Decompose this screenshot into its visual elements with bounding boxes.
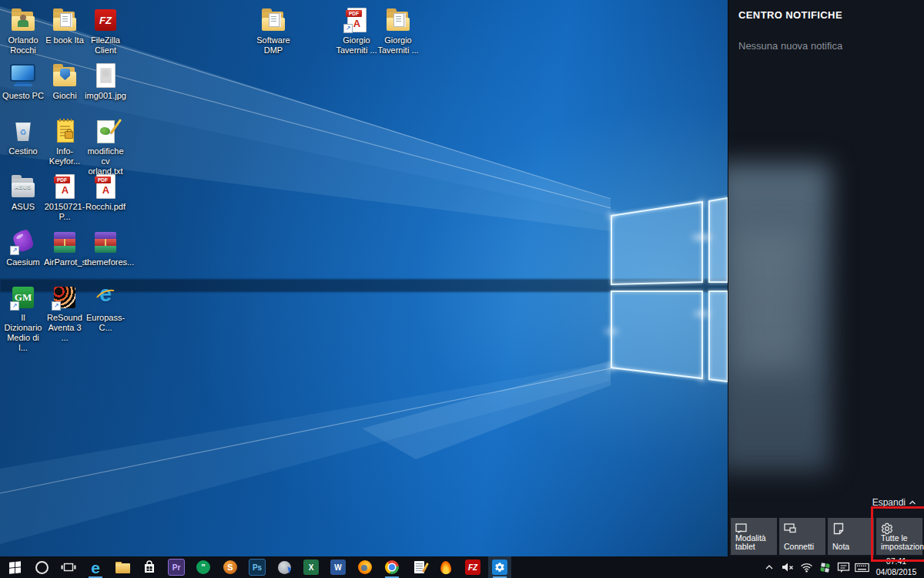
desktop-icon-orlando-rocchi[interactable]: Orlando Rocchi	[2, 6, 44, 55]
note-icon	[832, 523, 845, 535]
tray-chevron-up[interactable]	[761, 556, 778, 578]
system-tray: 07:41 04/08/2015	[761, 556, 924, 578]
desktop-icon-airparrot[interactable]: AirParrot_s...	[44, 228, 85, 267]
desktop-icon-ebook-ita[interactable]: E book Ita	[44, 6, 85, 45]
desktop-icon-label: Questo PC	[2, 91, 44, 101]
s-app-icon: S	[223, 560, 237, 574]
start-button[interactable]	[3, 556, 26, 578]
notes-app-icon	[414, 561, 424, 573]
no-notifications-message: Nessuna nuova notifica	[738, 40, 842, 52]
quick-actions: Modalità tablet Connetti Nota Tutte le i…	[731, 518, 922, 555]
desktop-icon-cestino[interactable]: Cestino	[2, 117, 44, 156]
taskbar-edge-button[interactable]: e	[84, 556, 107, 578]
chrome-icon	[385, 560, 399, 574]
taskbar-premiere-button[interactable]: Pr	[165, 556, 188, 578]
volume-muted-icon	[782, 562, 794, 573]
taskbar-photoshop-button[interactable]: Ps	[246, 556, 269, 578]
desktop-icon-label: Rocchi.pdf	[85, 202, 126, 212]
taskbar-notes-app-button[interactable]	[407, 556, 430, 578]
chevron-up-icon	[765, 563, 774, 571]
taskbar-filezilla-button[interactable]: FZ	[461, 556, 484, 578]
desktop-icon-label: themefores...	[85, 257, 126, 267]
quick-action-all-settings[interactable]: Tutte le impostazioni	[876, 518, 922, 555]
desktop-icon-label: Cestino	[2, 146, 44, 156]
store-bag-icon	[142, 560, 156, 574]
action-center-icon	[837, 562, 850, 573]
taskbar-hangouts-button[interactable]: ”	[192, 556, 215, 578]
taskbar-firefox-button[interactable]	[353, 556, 377, 578]
desktop-icon-info-keyfor[interactable]: Info-Keyfor...	[44, 117, 85, 166]
desktop-icon-caesium[interactable]: ↗ Caesium	[2, 228, 44, 267]
desktop-icon-label: 20150721-P...	[44, 202, 85, 222]
excel-icon: X	[303, 560, 319, 575]
desktop-icon-questo-pc[interactable]: Questo PC	[2, 62, 44, 101]
flame-app-icon	[440, 560, 451, 574]
desktop-icon-giorgio-folder[interactable]: Giorgio Taverniti ...	[377, 6, 419, 55]
clock-time: 07:41	[872, 556, 921, 567]
taskbar-excel-button[interactable]: X	[300, 556, 323, 578]
taskbar-chrome-button[interactable]	[380, 556, 403, 578]
pointer-app-icon	[278, 561, 291, 574]
desktop-icon-modifiche-cv[interactable]: modifiche cv orland.txt	[85, 117, 126, 176]
pdf-file-icon: PDFA	[96, 174, 116, 199]
expand-link[interactable]: Espandi	[872, 497, 916, 508]
premiere-icon: Pr	[168, 559, 185, 576]
edge-icon: e	[91, 560, 100, 576]
desktop-icon-20150721-pdf[interactable]: PDFA 20150721-P...	[44, 173, 85, 222]
task-view-button[interactable]	[57, 556, 80, 578]
asus-folder-icon: ASUS	[9, 184, 37, 190]
filezilla-icon: FZ	[465, 560, 480, 575]
shortcut-arrow-icon: ↗	[10, 246, 19, 255]
quick-action-tablet-mode[interactable]: Modalità tablet	[731, 518, 777, 555]
quick-action-note[interactable]: Nota	[828, 518, 874, 555]
panel-blur-backdrop	[735, 231, 804, 370]
desktop-icon-themeforest[interactable]: themefores...	[85, 228, 126, 267]
text-file-icon	[97, 120, 115, 143]
desktop-icon-filezilla[interactable]: FZ FileZilla Client	[85, 6, 126, 55]
desktop-icon-label: Europass-C...	[85, 313, 126, 333]
quick-action-connect[interactable]: Connetti	[779, 518, 825, 555]
cortana-search-button[interactable]	[30, 556, 53, 578]
taskbar-flame-app-button[interactable]	[434, 556, 457, 578]
desktop-icon-resound[interactable]: ↗ ReSound Aventa 3 ...	[44, 284, 85, 343]
desktop-icon-label: Giorgio Taverniti ...	[377, 35, 419, 55]
desktop-icon-software-dmp[interactable]: Software DMP	[253, 6, 294, 55]
user-folder-icon	[18, 15, 28, 27]
desktop-icon-rocchi-pdf[interactable]: PDFA Rocchi.pdf	[85, 173, 126, 212]
tray-volume-muted[interactable]	[779, 556, 796, 578]
tray-wifi[interactable]	[798, 556, 815, 578]
cortana-circle-icon	[35, 561, 49, 574]
desktop-icon-label: Software DMP	[253, 35, 294, 55]
desktop-icon-dizionario[interactable]: GM↗ Il Dizionario Medio di l...	[2, 284, 44, 353]
computer-icon	[9, 62, 37, 89]
taskbar-pointer-app-button[interactable]	[273, 556, 296, 578]
desktop-icon-label: Il Dizionario Medio di l...	[2, 313, 44, 353]
desktop-icon-label: Giochi	[44, 91, 85, 101]
taskbar-clock[interactable]: 07:41 04/08/2015	[872, 556, 921, 577]
desktop-icon-label: ReSound Aventa 3 ...	[44, 313, 85, 343]
desktop-icon-europass[interactable]: e Europass-C...	[85, 284, 126, 333]
desktop-icon-giochi[interactable]: Giochi	[44, 62, 85, 101]
tray-action-center[interactable]	[835, 556, 852, 578]
recycle-bin-icon	[15, 123, 32, 141]
taskbar-word-button[interactable]: W	[326, 556, 350, 578]
action-center-title: CENTRO NOTIFICHE	[738, 9, 842, 21]
desktop-icon-img001[interactable]: img001.jpg	[85, 62, 126, 101]
desktop-icon-label: Giorgio Taverniti ...	[336, 35, 377, 55]
connect-icon	[784, 523, 796, 535]
taskbar-file-explorer-button[interactable]	[111, 556, 134, 578]
desktop-icon-label: AirParrot_s...	[44, 257, 85, 267]
sync-app-icon	[820, 563, 830, 573]
word-icon: W	[330, 560, 346, 575]
taskbar-settings-button[interactable]	[488, 556, 511, 578]
tray-keyboard[interactable]	[853, 556, 870, 578]
taskbar-store-button[interactable]	[138, 556, 161, 578]
desktop-icon-label: Info-Keyfor...	[44, 146, 85, 166]
desktop-icon-giorgio-pdf[interactable]: PDFA↗ Giorgio Taverniti ...	[336, 6, 377, 55]
chevron-up-icon	[909, 499, 916, 506]
taskbar-s-app-button[interactable]: S	[219, 556, 242, 578]
desktop-icon-asus[interactable]: ASUS ASUS	[2, 173, 44, 212]
tray-sync-app[interactable]	[816, 556, 833, 578]
file-explorer-icon	[116, 562, 130, 573]
desktop-icon-label: Caesium	[2, 257, 44, 267]
